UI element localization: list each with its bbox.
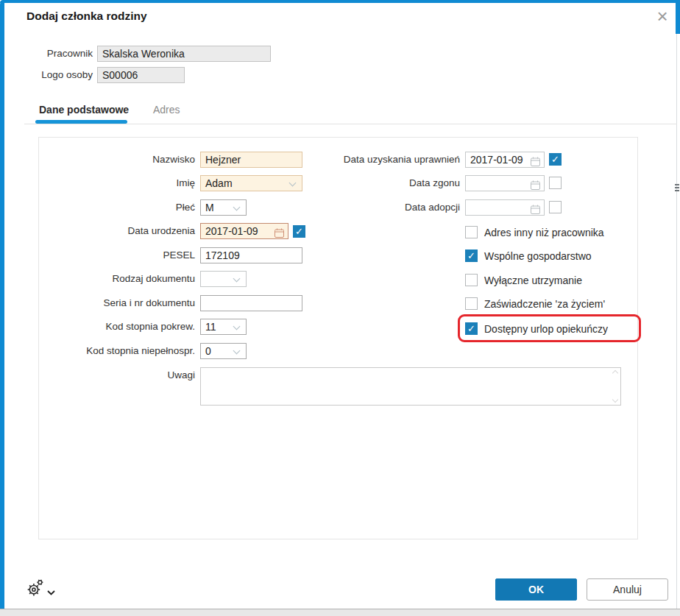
dialog-add-family-member: Dodaj członka rodziny × Pracownik Skalsk… — [0, 0, 680, 616]
window-border-right — [676, 34, 677, 609]
data-uzyskania-uprawnien-checkbox[interactable] — [549, 153, 562, 166]
dostepny-urlop-label[interactable]: Dostępny urlop opiekuńczy — [484, 323, 608, 335]
chevron-down-icon — [233, 323, 241, 330]
seria-nr-dokumentu-input[interactable] — [200, 295, 302, 311]
calendar-icon[interactable] — [531, 179, 540, 188]
rodzaj-dokumentu-label: Rodzaj dokumentu — [44, 273, 195, 284]
uwagi-textarea[interactable] — [200, 367, 621, 406]
data-zgonu-input[interactable] — [465, 175, 545, 191]
chevron-down-icon — [289, 180, 297, 187]
wspolne-gospodarstwo-label[interactable]: Wspólne gospodarstwo — [484, 250, 592, 262]
plec-label: Płeć — [44, 202, 195, 213]
data-adopcji-checkbox[interactable] — [549, 201, 562, 213]
chevron-down-icon — [233, 204, 241, 211]
scroll-down-icon — [612, 397, 618, 403]
cancel-button[interactable]: Anuluj — [587, 578, 668, 601]
tab-adres[interactable]: Adres — [153, 104, 180, 116]
settings-dropdown-chevron-icon[interactable] — [46, 586, 56, 599]
close-icon[interactable]: × — [652, 6, 673, 26]
logo-osoby-label: Logo osoby — [15, 69, 93, 80]
data-zgonu-label: Data zgonu — [316, 177, 460, 188]
tab-separator — [24, 124, 677, 124]
imie-label: Imię — [44, 177, 195, 188]
window-border-right-top — [676, 0, 680, 34]
rodzaj-dokumentu-select[interactable] — [200, 271, 247, 287]
chevron-down-icon — [233, 347, 241, 355]
data-urodzenia-value: 2017-01-09 — [205, 225, 258, 237]
dostepny-urlop-checkbox[interactable] — [465, 322, 478, 335]
data-uzyskania-uprawnien-label: Data uzyskania uprawnień — [316, 154, 460, 165]
wylaczne-utrzymanie-label[interactable]: Wyłączne utrzymanie — [484, 275, 582, 286]
data-urodzenia-checkbox[interactable] — [293, 225, 305, 238]
dialog-title: Dodaj członka rodziny — [26, 10, 147, 23]
kod-stopnia-pokrew-value: 11 — [205, 321, 216, 333]
pesel-input[interactable]: 172109 — [200, 247, 302, 263]
ok-button[interactable]: OK — [495, 578, 577, 601]
seria-nr-dokumentu-label: Seria i nr dokumentu — [44, 297, 195, 308]
plec-value: M — [205, 202, 214, 213]
data-urodzenia-input[interactable]: 2017-01-09 — [200, 223, 288, 239]
calendar-icon[interactable] — [531, 155, 540, 165]
imie-value: Adam — [205, 177, 233, 189]
adres-inny-checkbox[interactable] — [465, 226, 478, 238]
scroll-up-icon — [612, 370, 618, 376]
kod-stopnia-niepelnospr-select[interactable]: 0 — [200, 343, 247, 359]
uwagi-label: Uwagi — [44, 369, 195, 380]
pesel-label: PESEL — [44, 249, 195, 261]
kod-stopnia-pokrew-label: Kod stopnia pokrew. — [44, 321, 195, 332]
data-zgonu-checkbox[interactable] — [549, 177, 562, 189]
kod-stopnia-niepelnospr-value: 0 — [205, 345, 211, 357]
form-panel — [38, 137, 638, 539]
data-adopcji-input[interactable] — [465, 199, 545, 216]
plec-select[interactable]: M — [200, 199, 247, 216]
pracownik-label: Pracownik — [15, 48, 93, 59]
window-border-left — [0, 0, 4, 609]
kod-stopnia-niepelnospr-label: Kod stopnia niepełnospr. — [44, 345, 195, 356]
calendar-icon[interactable] — [275, 227, 284, 236]
splitter-grip[interactable] — [675, 182, 679, 194]
pracownik-field: Skalska Weronika — [97, 46, 271, 62]
wspolne-gospodarstwo-checkbox[interactable] — [465, 249, 478, 262]
nazwisko-label: Nazwisko — [44, 154, 195, 165]
window-border-bottom — [0, 609, 680, 616]
data-adopcji-label: Data adopcji — [316, 202, 460, 213]
zaswiadczenie-label[interactable]: Zaświadczenie 'za życiem' — [484, 298, 605, 310]
imie-select[interactable]: Adam — [200, 175, 302, 191]
data-uzyskania-uprawnien-value: 2017-01-09 — [470, 154, 523, 166]
zaswiadczenie-checkbox[interactable] — [465, 297, 478, 310]
logo-osoby-field: S00006 — [97, 67, 185, 83]
chevron-down-icon — [233, 275, 241, 283]
calendar-icon[interactable] — [531, 203, 540, 213]
nazwisko-input[interactable]: Hejzner — [200, 152, 302, 168]
wylaczne-utrzymanie-checkbox[interactable] — [465, 274, 478, 286]
data-uzyskania-uprawnien-input[interactable]: 2017-01-09 — [465, 152, 545, 168]
kod-stopnia-pokrew-select[interactable]: 11 — [200, 319, 247, 335]
window-border-top — [0, 0, 680, 3]
adres-inny-label[interactable]: Adres inny niż pracownika — [484, 227, 604, 238]
tab-dane-podstawowe[interactable]: Dane podstawowe — [39, 104, 129, 116]
settings-gear-icon[interactable] — [25, 578, 44, 598]
data-urodzenia-label: Data urodzenia — [44, 225, 195, 236]
